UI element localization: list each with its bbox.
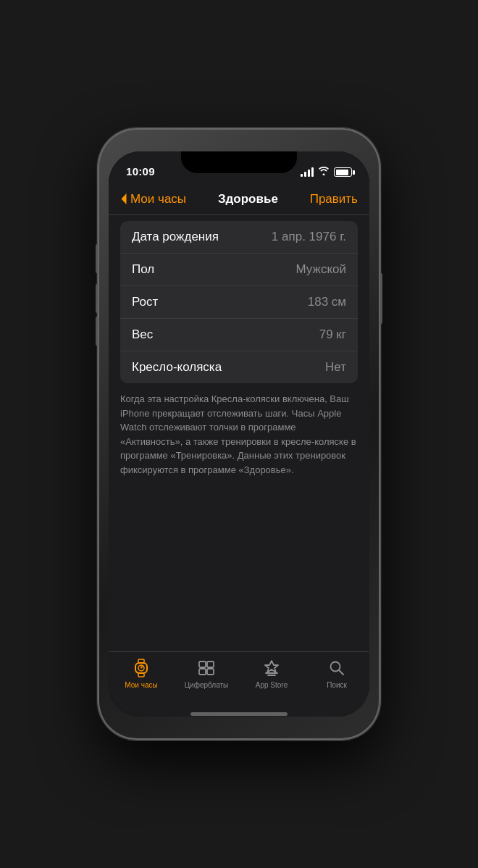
navigation-bar: Мои часы Здоровье Править	[109, 183, 369, 215]
wheelchair-value: Нет	[325, 360, 346, 375]
search-icon	[327, 658, 347, 678]
health-settings-group: Дата рождения 1 апр. 1976 г. Пол Мужской…	[120, 221, 358, 383]
page-title: Здоровье	[218, 192, 278, 206]
table-row[interactable]: Дата рождения 1 апр. 1976 г.	[120, 221, 358, 254]
tab-search-label: Поиск	[327, 681, 347, 689]
home-indicator	[109, 711, 369, 717]
home-bar	[190, 712, 288, 716]
svg-rect-7	[207, 662, 214, 667]
wifi-icon	[318, 167, 330, 178]
height-label: Рост	[132, 295, 158, 309]
table-row[interactable]: Рост 183 см	[120, 286, 358, 319]
svg-rect-9	[207, 669, 214, 675]
height-value: 183 см	[308, 295, 346, 309]
svg-rect-6	[199, 662, 206, 667]
tab-app-store-label: App Store	[256, 681, 288, 689]
description-block: Когда эта настройка Кресла-коляски включ…	[120, 389, 358, 480]
tab-my-watch-label: Мои часы	[125, 681, 157, 689]
tab-my-watch[interactable]: Мои часы	[109, 658, 174, 689]
tab-search[interactable]: Поиск	[304, 658, 369, 689]
weight-value: 79 кг	[319, 327, 346, 342]
phone-frame: 10:09 Мои часы	[98, 128, 380, 740]
wheelchair-label: Кресло-коляска	[132, 360, 222, 375]
table-row[interactable]: Пол Мужской	[120, 254, 358, 286]
back-button[interactable]: Мои часы	[120, 192, 186, 206]
my-watch-icon	[131, 658, 151, 678]
tab-dials-label: Циферблаты	[185, 681, 229, 689]
birth-date-label: Дата рождения	[132, 230, 219, 244]
content-area: Дата рождения 1 апр. 1976 г. Пол Мужской…	[109, 215, 369, 651]
table-row[interactable]: Кресло-коляска Нет	[120, 351, 358, 383]
svg-line-11	[339, 670, 343, 675]
svg-rect-8	[199, 669, 206, 675]
edit-button[interactable]: Править	[310, 192, 358, 206]
battery-icon	[334, 167, 352, 177]
description-text: Когда эта настройка Кресла-коляски включ…	[120, 392, 358, 477]
tab-dials[interactable]: Циферблаты	[174, 658, 239, 689]
birth-date-value: 1 апр. 1976 г.	[272, 230, 346, 244]
tab-bar: Мои часы Циферблаты	[109, 651, 369, 711]
weight-label: Вес	[132, 327, 153, 342]
dials-icon	[196, 658, 217, 678]
status-icons	[301, 167, 352, 178]
signal-icon	[301, 167, 314, 177]
svg-rect-2	[138, 659, 144, 663]
gender-label: Пол	[132, 262, 154, 277]
table-row[interactable]: Вес 79 кг	[120, 319, 358, 351]
notch	[181, 151, 297, 173]
gender-value: Мужской	[296, 262, 347, 277]
phone-screen: 10:09 Мои часы	[109, 151, 369, 717]
back-label: Мои часы	[130, 192, 186, 206]
tab-app-store[interactable]: App Store	[239, 658, 304, 689]
status-time: 10:09	[126, 165, 155, 178]
app-store-icon	[261, 658, 282, 678]
svg-rect-3	[138, 673, 144, 677]
